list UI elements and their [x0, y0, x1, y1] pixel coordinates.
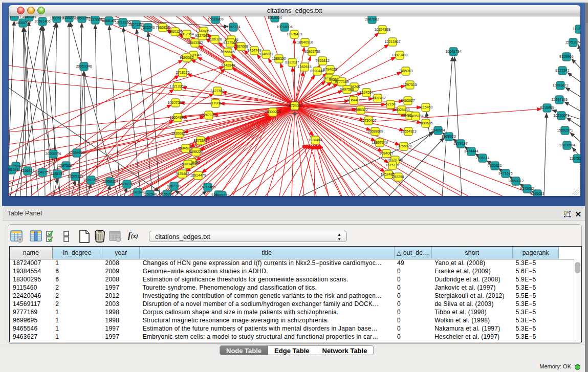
- svg-text:10654112: 10654112: [508, 179, 524, 183]
- svg-text:16046766: 16046766: [178, 146, 193, 150]
- svg-text:8938923: 8938923: [442, 135, 455, 138]
- svg-text:8471676: 8471676: [498, 171, 512, 175]
- svg-text:16543382: 16543382: [187, 41, 203, 45]
- svg-text:15692971: 15692971: [557, 128, 573, 132]
- svg-text:7632621: 7632621: [488, 164, 502, 167]
- svg-text:8989231: 8989231: [215, 193, 229, 196]
- svg-text:1527602: 1527602: [88, 18, 102, 21]
- svg-text:11325419: 11325419: [287, 32, 302, 36]
- svg-text:6497568: 6497568: [340, 87, 354, 91]
- svg-text:252254: 252254: [392, 175, 404, 179]
- svg-text:8912954: 8912954: [180, 32, 193, 36]
- svg-text:20691406: 20691406: [34, 19, 50, 23]
- svg-text:1588520: 1588520: [272, 57, 286, 60]
- svg-text:2087682: 2087682: [365, 17, 379, 21]
- svg-text:7152540: 7152540: [143, 192, 157, 196]
- svg-text:19218506: 19218506: [276, 25, 292, 29]
- svg-text:9890612: 9890612: [180, 56, 193, 59]
- svg-text:6794028: 6794028: [323, 68, 337, 71]
- svg-text:8454749: 8454749: [247, 49, 261, 52]
- svg-text:17942757: 17942757: [34, 170, 50, 174]
- svg-text:21364436: 21364436: [345, 98, 361, 102]
- svg-text:1156829: 1156829: [21, 169, 35, 172]
- svg-text:817006: 817006: [209, 101, 221, 105]
- svg-text:8322037: 8322037: [285, 60, 299, 64]
- svg-text:2105721: 2105721: [9, 16, 21, 18]
- svg-text:10853287: 10853287: [74, 16, 90, 20]
- svg-text:10107532: 10107532: [167, 101, 183, 104]
- svg-text:1297515: 1297515: [403, 83, 417, 86]
- svg-text:8756685: 8756685: [221, 50, 234, 54]
- svg-text:4391541: 4391541: [9, 168, 19, 171]
- svg-text:12505135: 12505135: [67, 174, 83, 178]
- svg-text:3267130: 3267130: [202, 113, 215, 117]
- svg-text:8313054: 8313054: [268, 16, 281, 19]
- svg-text:18495784: 18495784: [407, 114, 423, 118]
- svg-text:9899695: 9899695: [419, 121, 432, 125]
- svg-text:15751074: 15751074: [565, 40, 580, 44]
- svg-text:25300205: 25300205: [265, 110, 280, 114]
- svg-text:12213967: 12213967: [384, 40, 400, 43]
- svg-text:9146821: 9146821: [259, 52, 273, 56]
- svg-text:16648784: 16648784: [445, 50, 461, 53]
- svg-text:9242848: 9242848: [221, 63, 235, 67]
- svg-text:1640954: 1640954: [431, 128, 445, 132]
- svg-text:8873342: 8873342: [193, 139, 207, 142]
- svg-text:7515546: 7515546: [141, 26, 155, 29]
- svg-text:10807487: 10807487: [369, 96, 385, 100]
- svg-text:8215955: 8215955: [540, 106, 554, 110]
- svg-text:16033809: 16033809: [207, 17, 223, 21]
- svg-text:19654985: 19654985: [169, 116, 185, 119]
- svg-text:9327503: 9327503: [195, 34, 209, 37]
- svg-text:12444193: 12444193: [551, 98, 567, 101]
- svg-text:6879197: 6879197: [453, 142, 467, 145]
- svg-text:10688609: 10688609: [367, 129, 383, 133]
- svg-text:9115460: 9115460: [419, 105, 433, 109]
- svg-text:10958107: 10958107: [102, 180, 118, 183]
- svg-text:2718176: 2718176: [176, 71, 189, 74]
- svg-text:8427552: 8427552: [210, 89, 224, 93]
- svg-text:16782759: 16782759: [119, 182, 135, 186]
- svg-text:15716485: 15716485: [200, 185, 215, 189]
- svg-text:10025433: 10025433: [394, 108, 409, 112]
- svg-text:12093872: 12093872: [552, 83, 568, 87]
- svg-text:9857791: 9857791: [167, 184, 181, 188]
- svg-text:10973493: 10973493: [391, 53, 407, 57]
- svg-text:9463627: 9463627: [401, 99, 415, 102]
- svg-text:17957255: 17957255: [83, 178, 99, 182]
- svg-text:1112733: 1112733: [573, 27, 580, 31]
- svg-text:6966160: 6966160: [102, 19, 116, 23]
- svg-text:1615132: 1615132: [385, 163, 399, 167]
- svg-text:7485063: 7485063: [399, 69, 412, 73]
- svg-text:9227342: 9227342: [555, 69, 569, 72]
- svg-text:9245053: 9245053: [530, 192, 544, 195]
- svg-text:12213369: 12213369: [169, 84, 185, 88]
- svg-text:16914479: 16914479: [190, 173, 206, 177]
- svg-text:9155272: 9155272: [160, 192, 173, 196]
- svg-text:1684684: 1684684: [22, 16, 36, 18]
- svg-text:8186328: 8186328: [208, 37, 222, 41]
- svg-text:16961758: 16961758: [304, 50, 320, 53]
- svg-text:9474444: 9474444: [464, 149, 478, 153]
- svg-text:16210643: 16210643: [553, 114, 569, 117]
- svg-text:1938454: 1938454: [308, 138, 322, 142]
- svg-text:2367608: 2367608: [234, 45, 248, 48]
- svg-text:15720407: 15720407: [360, 119, 376, 122]
- svg-text:17359928: 17359928: [69, 151, 84, 155]
- svg-text:9777169: 9777169: [335, 80, 349, 83]
- svg-text:16154808: 16154808: [374, 28, 390, 31]
- svg-text:1145194: 1145194: [51, 172, 64, 176]
- svg-text:9245052: 9245052: [520, 187, 534, 190]
- svg-text:3624554: 3624554: [359, 91, 373, 94]
- svg-text:9329966: 9329966: [559, 55, 573, 58]
- svg-text:20206576: 20206576: [45, 152, 61, 156]
- svg-text:9327508: 9327508: [223, 41, 237, 45]
- svg-text:20053346: 20053346: [76, 64, 92, 68]
- svg-text:9084067: 9084067: [379, 151, 393, 155]
- svg-text:18640910: 18640910: [297, 40, 313, 44]
- svg-text:19756928: 19756928: [396, 144, 411, 148]
- svg-text:7357224: 7357224: [226, 25, 240, 29]
- svg-text:17016504: 17016504: [559, 143, 575, 147]
- svg-text:18654923: 18654923: [400, 129, 416, 133]
- svg-text:7625402: 7625402: [175, 172, 189, 176]
